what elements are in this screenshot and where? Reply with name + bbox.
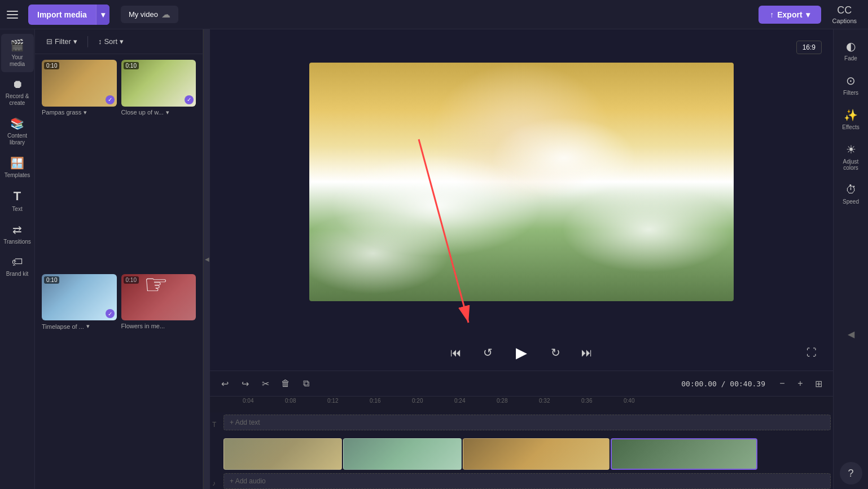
export-icon: ↑ — [770, 10, 774, 19]
main-area: 🎬 Your media ⏺ Record & create 📚 Content… — [0, 29, 868, 489]
top-bar: Import media ▾ My video ☁ ↑ Export ▾ CC … — [0, 0, 868, 29]
sort-button[interactable]: ↕ Sort ▾ — [94, 35, 128, 48]
sidebar-item-brand-kit[interactable]: 🏷 Brand kit — [1, 251, 34, 282]
ruler-marks: 0:04 0:08 0:12 0:16 0:20 0:24 0:28 0:32 … — [227, 397, 833, 412]
text-track-row: T + Add text — [212, 415, 831, 435]
clip-3-inner — [463, 439, 609, 469]
video-tab-label: My video — [129, 10, 158, 19]
sidebar-item-transitions[interactable]: ⇄ Transitions — [1, 218, 34, 250]
panel-collapse-handle[interactable]: ◀ — [203, 29, 210, 489]
media-item-timelapse[interactable]: 0:10 ✓ Timelapse of ... ▾ — [42, 274, 117, 484]
cloud-icon: ☁ — [161, 9, 170, 20]
audio-track-content: + Add audio — [223, 473, 831, 489]
media-thumb-closeup: 0:10 ✓ — [121, 60, 196, 107]
timeline-tracks: T + Add text — [210, 412, 833, 489]
sidebar-item-label-your-media: Your media — [3, 54, 32, 68]
media-item-closeup[interactable]: 0:10 ✓ Close up of w... ▾ — [121, 60, 196, 270]
skip-forward-button[interactable]: ⏭ — [577, 342, 597, 363]
your-media-icon: 🎬 — [10, 38, 24, 52]
label-chevron: ▾ — [84, 109, 87, 116]
tab-area: My video ☁ — [121, 6, 178, 23]
aspect-ratio-badge[interactable]: 16:9 — [796, 41, 822, 54]
center-area: 16:9 ⏮ ↺ ▶ ↻ ⏭ ⛶ ↩ — [210, 29, 833, 489]
right-sidebar-collapse[interactable]: ◀ — [848, 329, 854, 340]
video-clip-4[interactable] — [611, 438, 757, 470]
zoom-out-button[interactable]: − — [774, 376, 790, 391]
import-dropdown-arrow[interactable]: ▾ — [96, 5, 109, 25]
right-sidebar-speed[interactable]: ⏱ Speed — [835, 178, 867, 210]
thumb-duration-closeup: 0:10 — [124, 62, 139, 69]
ruler-2: 0:12 — [327, 398, 338, 404]
sort-label: Sort — [104, 37, 117, 46]
sidebar-item-text[interactable]: T Text — [1, 184, 34, 217]
text-track-label: T — [212, 421, 223, 429]
video-clip-2[interactable] — [343, 438, 462, 470]
right-sidebar-filters[interactable]: ⊙ Filters — [835, 68, 867, 102]
filters-label: Filters — [843, 90, 858, 96]
video-clip-3[interactable] — [463, 438, 610, 470]
sidebar-item-content-library[interactable]: 📚 Content library — [1, 112, 34, 151]
add-text-label: + Add text — [230, 418, 260, 426]
media-label-flowers: Flowers in me... — [121, 323, 196, 329]
thumb-duration-flowers: 0:10 — [124, 276, 139, 284]
ruler-6: 0:28 — [497, 398, 507, 404]
forward-button[interactable]: ↻ — [545, 342, 565, 363]
filter-chevron: ▾ — [73, 37, 77, 46]
preview-container: 16:9 — [210, 29, 833, 334]
add-text-button[interactable]: + Add text — [223, 415, 831, 430]
help-button[interactable]: ? — [840, 462, 862, 484]
timeline-toolbar: ↩ ↪ ✂ 🗑 ⧉ 00:00.00 / 00:40.39 − + ⊞ — [210, 371, 833, 397]
right-sidebar: ◐ Fade ⊙ Filters ✨ Effects ☀ Adjust colo… — [833, 29, 868, 489]
redo-button[interactable]: ↪ — [237, 376, 253, 391]
export-button[interactable]: ↑ Export ▾ — [759, 6, 821, 24]
record-icon: ⏺ — [12, 78, 23, 91]
captions-button[interactable]: CC Captions — [828, 2, 861, 27]
speed-icon: ⏱ — [845, 183, 857, 196]
menu-icon[interactable] — [7, 7, 23, 23]
timeline: ↩ ↪ ✂ 🗑 ⧉ 00:00.00 / 00:40.39 − + ⊞ 0:04… — [210, 371, 833, 489]
undo-button[interactable]: ↩ — [217, 376, 233, 391]
media-panel: ⊟ Filter ▾ ↕ Sort ▾ 0:10 ✓ Pampas grass … — [35, 29, 203, 489]
right-sidebar-effects[interactable]: ✨ Effects — [835, 103, 867, 136]
sidebar-item-your-media[interactable]: 🎬 Your media — [1, 34, 34, 72]
text-icon: T — [14, 189, 21, 204]
sort-chevron: ▾ — [120, 37, 124, 46]
adjust-colors-label: Adjust colors — [837, 158, 865, 171]
templates-icon: 🪟 — [10, 156, 24, 170]
zoom-in-button[interactable]: + — [792, 376, 808, 391]
content-library-icon: 📚 — [10, 117, 24, 130]
right-sidebar-fade[interactable]: ◐ Fade — [835, 34, 867, 67]
rewind-button[interactable]: ↺ — [477, 342, 498, 363]
play-button[interactable]: ▶ — [509, 340, 534, 365]
clip-1-inner — [224, 439, 341, 469]
label-chevron: ▾ — [166, 109, 169, 116]
ruler-7: 0:32 — [539, 398, 550, 404]
captions-icon: CC — [837, 5, 852, 16]
media-item-pampas[interactable]: 0:10 ✓ Pampas grass ▾ — [42, 60, 117, 270]
delete-button[interactable]: 🗑 — [278, 376, 293, 391]
fit-button[interactable]: ⊞ — [810, 376, 826, 391]
fullscreen-button[interactable]: ⛶ — [801, 342, 822, 363]
filter-icon: ⊟ — [46, 37, 52, 46]
add-audio-button[interactable]: + Add audio — [223, 473, 831, 489]
media-item-flowers[interactable]: 0:10 Flowers in me... ☞ — [121, 274, 196, 484]
media-label-timelapse: Timelapse of ... ▾ — [42, 323, 117, 330]
thumb-check-timelapse: ✓ — [106, 309, 115, 318]
import-media-button[interactable]: Import media ▾ — [28, 5, 109, 25]
media-label-pampas: Pampas grass ▾ — [42, 109, 117, 116]
video-tab[interactable]: My video ☁ — [121, 6, 178, 23]
cut-button[interactable]: ✂ — [257, 376, 273, 391]
video-preview-frame — [309, 63, 734, 301]
ruler-8: 0:36 — [581, 398, 592, 404]
sidebar-item-record[interactable]: ⏺ Record & create — [1, 73, 34, 111]
right-sidebar-adjust-colors[interactable]: ☀ Adjust colors — [835, 137, 867, 177]
filter-button[interactable]: ⊟ Filter ▾ — [42, 35, 82, 48]
sidebar-item-templates[interactable]: 🪟 Templates — [1, 152, 34, 183]
import-media-label: Import media — [28, 5, 96, 25]
duplicate-button[interactable]: ⧉ — [298, 376, 314, 391]
video-clip-1[interactable] — [223, 438, 342, 470]
thumb-check-closeup: ✓ — [185, 95, 194, 104]
media-panel-toolbar: ⊟ Filter ▾ ↕ Sort ▾ — [35, 29, 203, 54]
media-thumb-timelapse: 0:10 ✓ — [42, 274, 117, 321]
skip-back-button[interactable]: ⏮ — [446, 342, 466, 363]
